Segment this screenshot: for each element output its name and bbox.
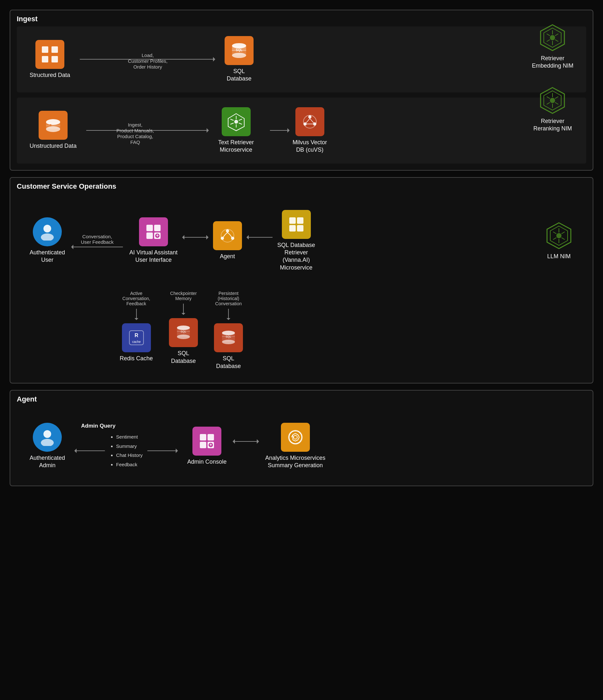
admin-console-label: Admin Console <box>187 458 227 466</box>
svg-point-83 <box>222 340 235 344</box>
llm-nim-cso: LLM NIM <box>545 221 573 260</box>
admin-query-list: Sentiment Summary Chat History Feedback <box>110 432 143 469</box>
admin-query-area: Admin Query Sentiment Summary Chat Histo… <box>75 423 178 469</box>
svg-rect-50 <box>147 225 153 231</box>
query-item-summary: Summary <box>116 442 143 451</box>
llm-nim-icon <box>545 221 573 250</box>
svg-line-22 <box>239 119 242 120</box>
retriever-reranking-nim: RetrieverReranking NIM <box>533 86 572 133</box>
svg-rect-0 <box>42 46 48 53</box>
svg-point-32 <box>550 35 555 40</box>
milvus-icon <box>295 107 324 136</box>
analytics-icon <box>281 423 310 452</box>
svg-rect-63 <box>297 225 304 231</box>
cso-top-row: AuthenticatedUser Conversation,User Feed… <box>17 203 586 278</box>
svg-point-24 <box>308 115 312 119</box>
sql-retriever-icon <box>282 210 311 239</box>
auth-user-icon <box>33 217 62 246</box>
llm-nim-label: LLM NIM <box>547 253 571 260</box>
ai-ui-node: + AI Virtual AssistantUser Interface <box>129 217 178 264</box>
agent-content: AuthenticatedAdmin Admin Query Sentiment… <box>17 407 586 479</box>
retriever-embedding-label: RetrieverEmbedding NIM <box>532 55 573 70</box>
agent-section: Agent AuthenticatedAdmin Admin Query <box>10 390 593 486</box>
svg-line-19 <box>230 119 234 120</box>
sql-db2-node: Persistent(Historical)Conversation <box>214 291 243 370</box>
retriever-reranking-label: RetrieverReranking NIM <box>533 118 572 133</box>
svg-line-20 <box>239 123 242 124</box>
analytics-label: Analytics MicroservicesSummary Generatio… <box>265 454 325 470</box>
milvus-label: Milvus VectorDB (cuVS) <box>292 139 327 154</box>
unstructured-data-row: Unstructured Data Ingest,Product Manuals… <box>17 98 586 164</box>
svg-point-48 <box>44 225 51 232</box>
redis-mem-label: ActiveConversation,Feedback <box>122 291 150 306</box>
svg-point-57 <box>226 229 229 232</box>
svg-point-66 <box>556 233 561 238</box>
structured-data-node: Structured Data <box>30 40 70 79</box>
svg-text:cache: cache <box>132 340 140 344</box>
structured-arrow-area: Load, Customer Profiles, Order History <box>80 59 215 59</box>
svg-rect-61 <box>297 217 304 224</box>
agent-cso-label: Agent <box>220 253 235 260</box>
auth-admin-node: AuthenticatedAdmin <box>30 423 65 470</box>
sql-db1-mem-label: CheckpointerMemory <box>170 291 197 301</box>
svg-line-34 <box>555 34 558 36</box>
cso-section: Customer Service Operations Authent <box>10 177 593 383</box>
cso-main: AuthenticatedUser Conversation,User Feed… <box>17 203 586 376</box>
sql-retriever-node: SQL DatabaseRetriever(Vanna.AI)Microserv… <box>278 210 315 272</box>
svg-point-16 <box>234 120 238 124</box>
ai-ui-icon: + <box>139 217 168 246</box>
agent-section-label: Agent <box>17 395 37 403</box>
svg-line-35 <box>555 40 558 42</box>
sql-db2-mem-label: Persistent(Historical)Conversation <box>215 291 242 306</box>
auth-user-label: AuthenticatedUser <box>30 249 65 264</box>
structured-arrow-line: Load, Customer Profiles, Order History <box>80 59 215 59</box>
svg-text:SQL: SQL <box>181 330 186 333</box>
unstructured-data-icon <box>38 111 68 140</box>
unstructured-arrow-label: Ingest,Product Manuals,Product Catalog,F… <box>116 122 154 145</box>
svg-line-38 <box>547 34 550 36</box>
svg-line-37 <box>547 40 550 42</box>
auth-admin-label: AuthenticatedAdmin <box>30 454 65 470</box>
svg-rect-89 <box>208 434 214 441</box>
query-item-sentiment: Sentiment <box>116 432 143 442</box>
svg-rect-51 <box>154 225 161 231</box>
svg-text:+: + <box>156 233 159 238</box>
structured-data-label: Structured Data <box>30 72 70 79</box>
redis-icon: R cache <box>122 323 151 352</box>
structured-data-row: Structured Data Load, Customer Profiles,… <box>17 26 586 93</box>
agent-cso-node: Agent <box>213 221 242 260</box>
user-ai-connector: Conversation,User Feedback <box>72 234 123 247</box>
structured-arrow-label: Load, Customer Profiles, Order History <box>128 52 167 70</box>
svg-rect-1 <box>51 46 58 53</box>
retriever-embedding-nim: RetrieverEmbedding NIM <box>532 23 573 70</box>
sql-database-node: SQL SQLDatabase <box>225 36 254 83</box>
sql-db2-icon: SQL <box>214 323 243 352</box>
ai-ui-label: AI Virtual AssistantUser Interface <box>129 249 178 264</box>
svg-text:SQL: SQL <box>226 335 231 339</box>
unstructured-data-label: Unstructured Data <box>30 142 77 150</box>
svg-line-69 <box>561 238 565 240</box>
ingest-section: Ingest Structured Data <box>10 10 593 171</box>
redis-node: ActiveConversation,Feedback R cache <box>120 291 153 362</box>
sql-database-label: SQLDatabase <box>227 68 252 83</box>
nim-panel: RetrieverEmbedding NIM <box>532 23 573 133</box>
retriever-embedding-icon <box>538 23 567 52</box>
query-item-feedback: Feedback <box>116 460 143 470</box>
admin-query-title: Admin Query <box>81 423 115 429</box>
svg-line-43 <box>555 97 558 99</box>
cso-content: AuthenticatedUser Conversation,User Feed… <box>17 194 586 376</box>
svg-rect-3 <box>51 56 58 62</box>
sql-db1-label: SQLDatabase <box>171 350 196 365</box>
admin-console-node: + Admin Console <box>187 427 227 466</box>
auth-admin-icon <box>33 423 62 452</box>
svg-text:R: R <box>134 333 138 338</box>
query-item-chat-history: Chat History <box>116 451 143 460</box>
ingest-inner: Structured Data Load, Customer Profiles,… <box>17 26 586 164</box>
sql-db1-icon: SQL <box>169 318 198 347</box>
svg-line-72 <box>553 232 556 234</box>
analytics-node: Analytics MicroservicesSummary Generatio… <box>265 423 325 470</box>
sql-retriever-label: SQL DatabaseRetriever(Vanna.AI)Microserv… <box>278 242 315 272</box>
text-retriever-label: Text RetrieverMicroservice <box>218 139 254 154</box>
unstructured-arrow-area: Ingest,Product Manuals,Product Catalog,F… <box>86 130 209 131</box>
svg-line-47 <box>547 97 550 99</box>
